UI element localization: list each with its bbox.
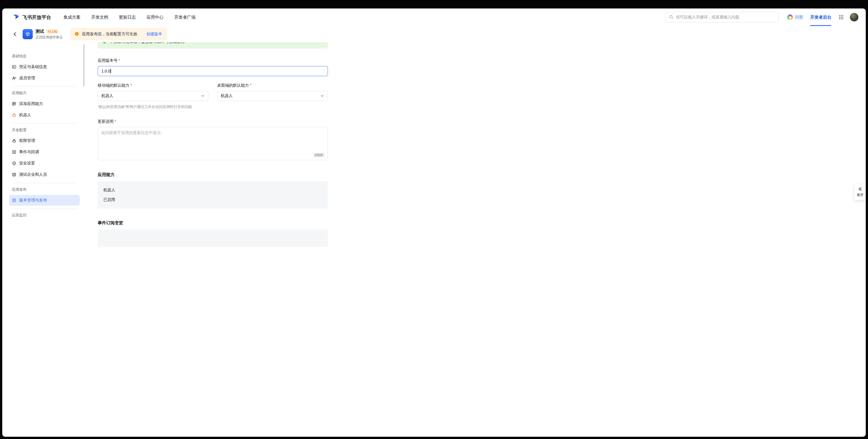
sidebar-scrollbar[interactable] [83, 44, 85, 86]
nav-dev-plaza[interactable]: 开发者广场 [174, 15, 195, 20]
sidebar-item-credentials[interactable]: 凭证与基础信息 [9, 62, 80, 72]
back-button[interactable] [12, 32, 18, 37]
nav-app-center[interactable]: 应用中心 [147, 15, 163, 20]
members-icon [12, 76, 17, 80]
sidebar-divider [12, 123, 77, 124]
version-publish-icon [12, 198, 17, 203]
text-caret [111, 69, 111, 73]
version-input[interactable]: 1.0.0 [98, 66, 328, 76]
chevron-down-icon [320, 94, 324, 98]
publish-alert-banner: 应用发布后，当前配置方可生效 创建版本 [70, 28, 167, 40]
desktop-capability-field: 桌面端的默认能力* 机器人 [217, 83, 328, 101]
nav-integration[interactable]: 集成方案 [64, 15, 81, 20]
permission-icon [12, 138, 17, 143]
nav-docs[interactable]: 开发文档 [91, 15, 108, 20]
app-bar: 测试 待上线 正式应用@环界云 应用发布后，当前配置方可生效 创建版本 [2, 26, 434, 42]
feishu-logo[interactable]: 飞书开放平台 [12, 13, 51, 22]
capability-card: 机器人 已启用 [98, 181, 328, 208]
credential-icon [12, 65, 17, 69]
robot-icon [12, 113, 17, 117]
sidebar-item-label: 测试企业和人员 [19, 172, 47, 177]
sidebar-section-dev-config: 开发配置 [9, 128, 80, 133]
version-value: 1.0.0 [101, 69, 110, 73]
required-mark: * [250, 83, 251, 88]
success-banner: 本次发布免审核，提交发布后即可上线使用 [98, 42, 328, 48]
required-mark: * [119, 58, 120, 63]
sidebar-item-add-capability[interactable]: 添加应用能力 [9, 98, 80, 109]
alert-text: 应用发布后，当前配置方可生效 [82, 32, 137, 37]
content-area: 基础信息 凭证与基础信息 成员管理 应用能力 添加应用能力 [2, 42, 434, 220]
sidebar-item-label: 权限管理 [19, 138, 35, 143]
feishu-logo-icon [12, 13, 20, 22]
event-icon [12, 150, 17, 154]
security-shield-icon [12, 161, 17, 166]
success-check-icon [102, 42, 107, 44]
app-icon [23, 29, 33, 39]
sidebar-item-label: 添加应用能力 [19, 101, 43, 106]
sidebar-divider [12, 183, 77, 183]
version-label: 应用版本号* [98, 58, 328, 63]
desktop-capability-select[interactable]: 机器人 [217, 91, 328, 101]
sidebar-item-version-management[interactable]: 版本管理与发布 [9, 195, 80, 206]
required-mark: * [115, 119, 116, 124]
main-panel: 本次发布免审核，提交发布后即可上线使用 应用版本号* 1.0.0 移动端的默认能… [85, 42, 434, 220]
sidebar-divider [12, 86, 77, 87]
sidebar-item-label: 机器人 [19, 112, 31, 117]
test-org-icon [12, 172, 17, 177]
sidebar-item-label: 事件与回调 [19, 149, 39, 155]
capability-status: 已启用 [103, 197, 322, 202]
default-capability-hint: “默认的应用功能”即用户通过工作台访问应用时打开的功能 [98, 104, 328, 109]
status-badge: 待上线 [46, 29, 58, 34]
warning-icon [74, 32, 79, 37]
app-meta: 测试 待上线 正式应用@环界云 [36, 29, 63, 40]
sidebar-item-members[interactable]: 成员管理 [9, 73, 80, 83]
brand-title: 飞书开放平台 [22, 14, 51, 21]
sidebar-item-label: 版本管理与发布 [19, 198, 47, 203]
sidebar: 基础信息 凭证与基础信息 成员管理 应用能力 添加应用能力 [2, 42, 85, 220]
sidebar-item-security[interactable]: 安全设置 [9, 158, 80, 169]
add-capability-icon [12, 102, 17, 106]
mobile-capability-value: 机器人 [101, 93, 113, 98]
chevron-down-icon [201, 94, 205, 98]
release-notes-placeholder: 此内容将于应用的更新日志中显示 [101, 130, 161, 135]
mobile-capability-field: 移动端的默认能力* 机器人 [98, 83, 208, 101]
sidebar-item-test-org[interactable]: 测试企业和人员 [9, 169, 80, 180]
sidebar-section-basic: 基础信息 [9, 54, 80, 59]
sidebar-section-monitoring: 运营监控 [9, 213, 80, 218]
char-counter: 0/500 [313, 153, 325, 158]
top-header: 飞书开放平台 集成方案 开发文档 更新日志 应用中心 开发者广场 你可以输入关键… [2, 8, 434, 26]
desktop-capability-label: 桌面端的默认能力* [217, 83, 328, 88]
release-notes-label: 更新说明* [98, 119, 328, 124]
sidebar-item-label: 凭证与基础信息 [19, 64, 47, 69]
capability-section-title: 应用能力 [98, 172, 328, 177]
app-subtitle: 正式应用@环界云 [36, 35, 63, 40]
mobile-capability-label: 移动端的默认能力* [98, 83, 208, 88]
sidebar-divider [12, 208, 77, 209]
mobile-capability-select[interactable]: 机器人 [98, 91, 208, 101]
success-banner-text: 本次发布免审核，提交发布后即可上线使用 [110, 42, 185, 44]
main-nav: 集成方案 开发文档 更新日志 应用中心 开发者广场 [64, 15, 195, 20]
browser-window: 飞书开放平台 集成方案 开发文档 更新日志 应用中心 开发者广场 你可以输入关键… [2, 8, 434, 220]
create-version-link[interactable]: 创建版本 [146, 32, 162, 37]
app-name: 测试 [36, 29, 44, 34]
capability-name: 机器人 [103, 188, 322, 193]
required-mark: * [130, 83, 132, 88]
release-notes-textarea[interactable]: 此内容将于应用的更新日志中显示 0/500 [98, 127, 328, 160]
sidebar-item-permissions[interactable]: 权限管理 [9, 135, 80, 146]
sidebar-item-label: 成员管理 [19, 76, 35, 81]
nav-changelog[interactable]: 更新日志 [119, 15, 136, 20]
desktop-capability-value: 机器人 [221, 93, 233, 98]
sidebar-item-events-callback[interactable]: 事件与回调 [9, 147, 80, 158]
sidebar-item-label: 安全设置 [19, 161, 35, 166]
sidebar-section-capability: 应用能力 [9, 91, 80, 96]
sidebar-item-bot[interactable]: 机器人 [9, 110, 80, 121]
sidebar-section-release: 应用发布 [9, 187, 80, 192]
